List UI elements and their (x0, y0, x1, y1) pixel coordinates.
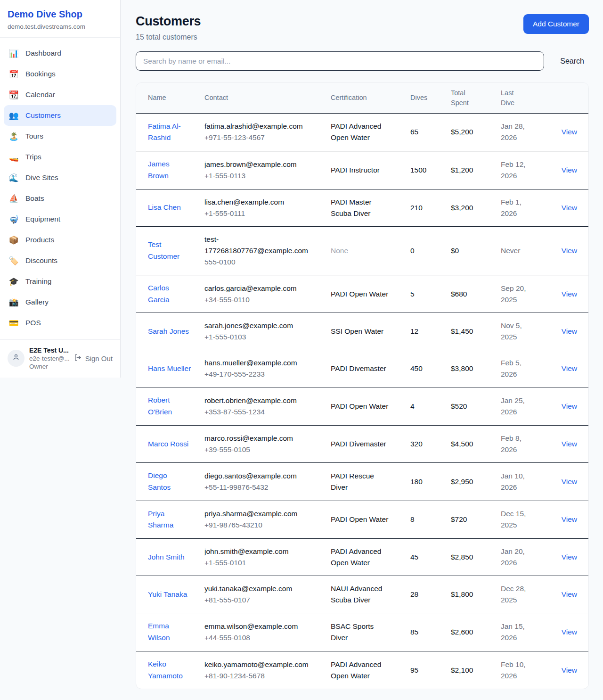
last-dive-value: Jan 10, 2026 (501, 470, 535, 493)
view-customer-link[interactable]: View (562, 478, 577, 486)
customer-phone: +49-170-555-2233 (204, 369, 323, 380)
sidebar-item-calendar[interactable]: 📆Calendar (4, 84, 116, 105)
title-block: Customers 15 total customers (136, 14, 201, 41)
action-cell: View (551, 313, 588, 350)
view-customer-link[interactable]: View (562, 515, 577, 523)
user-email: e2e-tester@... (29, 355, 68, 362)
customer-name-link[interactable]: Lisa Chen (148, 202, 181, 214)
sidebar-item-dashboard[interactable]: 📊Dashboard (4, 43, 116, 64)
sidebar-item-training[interactable]: 🎓Training (4, 271, 116, 292)
search-row: Search (136, 51, 589, 71)
customer-name-link[interactable]: Carlos Garcia (148, 282, 192, 306)
sidebar-item-label: Dive Sites (25, 173, 58, 182)
sidebar-item-equipment[interactable]: 🤿Equipment (4, 209, 116, 230)
dives-cell: 5 (410, 275, 451, 313)
sidebar-item-bookings[interactable]: 📅Bookings (4, 64, 116, 84)
user-name: E2E Test U... (29, 346, 68, 354)
view-customer-link[interactable]: View (562, 666, 577, 674)
column-header: Total Spent (451, 83, 501, 113)
customer-name-link[interactable]: Keiko Yamamoto (148, 659, 192, 682)
view-customer-link[interactable]: View (562, 364, 577, 372)
customer-email: priya.sharma@example.com (204, 508, 305, 519)
last-dive-value: Feb 12, 2026 (501, 159, 535, 181)
sidebar-item-gallery[interactable]: 📸Gallery (4, 292, 116, 313)
certification-cell: PADI Master Scuba Diver (331, 189, 410, 226)
view-customer-link[interactable]: View (562, 440, 577, 448)
customer-phone: +1-555-0111 (204, 208, 323, 219)
name-cell: Diego Santos (136, 463, 204, 501)
customer-name-link[interactable]: Hans Mueller (148, 363, 191, 375)
sidebar-item-products[interactable]: 📦Products (4, 230, 116, 250)
table-row: Diego Santosdiego.santos@example.com+55-… (136, 463, 588, 501)
total-spent-cell: $2,850 (451, 539, 501, 576)
customers-table: NameContactCertificationDivesTotal Spent… (136, 83, 588, 689)
view-customer-link[interactable]: View (562, 204, 577, 212)
customer-name-link[interactable]: Robert O'Brien (148, 395, 192, 418)
main-content: Customers 15 total customers Add Custome… (121, 0, 603, 689)
customer-name-link[interactable]: James Brown (148, 158, 192, 182)
last-dive-cell: Never (501, 226, 551, 275)
view-customer-link[interactable]: View (562, 402, 577, 410)
customer-name-link[interactable]: Emma Wilson (148, 620, 192, 644)
customer-name-link[interactable]: Yuki Tanaka (148, 589, 187, 601)
total-spent-cell: $1,800 (451, 576, 501, 613)
customer-name-link[interactable]: Fatima Al-Rashid (148, 121, 192, 144)
dives-cell: 8 (410, 501, 451, 539)
last-dive-cell: Feb 10, 2026 (501, 651, 551, 689)
sidebar-item-customers[interactable]: 👥Customers (4, 105, 116, 126)
customer-phone: +353-87-555-1234 (204, 406, 323, 418)
column-header: Dives (410, 83, 451, 113)
customer-name-link[interactable]: John Smith (148, 552, 185, 563)
customer-phone: +39-555-0105 (204, 444, 323, 455)
name-cell: Priya Sharma (136, 501, 204, 539)
view-customer-link[interactable]: View (562, 247, 577, 255)
wave-icon: 🌊 (8, 173, 19, 183)
customer-email: lisa.chen@example.com (204, 197, 305, 208)
sidebar-item-pos[interactable]: 💳POS (4, 313, 116, 333)
sidebar-item-discounts[interactable]: 🏷️Discounts (4, 250, 116, 271)
total-spent-cell: $2,600 (451, 613, 501, 651)
view-customer-link[interactable]: View (562, 290, 577, 298)
sidebar-item-trips[interactable]: 🚤Trips (4, 147, 116, 167)
sidebar-item-boats[interactable]: ⛵Boats (4, 188, 116, 209)
table-header-row: NameContactCertificationDivesTotal Spent… (136, 83, 588, 113)
view-customer-link[interactable]: View (562, 590, 577, 598)
sidebar-item-tours[interactable]: 🏝️Tours (4, 126, 116, 147)
action-cell: View (551, 151, 588, 189)
customer-name-link[interactable]: Diego Santos (148, 470, 192, 494)
certification-cell: PADI Instructor (331, 151, 410, 189)
customer-name-link[interactable]: Sarah Jones (148, 326, 189, 338)
certification-cell: PADI Divemaster (331, 426, 410, 463)
customer-name-link[interactable]: Priya Sharma (148, 508, 192, 532)
last-dive-cell: Dec 15, 2025 (501, 501, 551, 539)
customer-phone: +44-555-0108 (204, 632, 323, 643)
customer-name-link[interactable]: Marco Rossi (148, 438, 188, 450)
certification-cell: BSAC Sports Diver (331, 613, 410, 651)
graduation-cap-icon: 🎓 (8, 277, 19, 287)
total-spent-cell: $2,100 (451, 651, 501, 689)
total-spent-cell: $3,200 (451, 189, 501, 226)
view-customer-link[interactable]: View (562, 166, 577, 174)
contact-cell: robert.obrien@example.com+353-87-555-123… (204, 387, 331, 426)
customer-email: hans.mueller@example.com (204, 357, 305, 369)
sign-out-icon (74, 354, 82, 363)
contact-cell: james.brown@example.com+1-555-0113 (204, 151, 331, 189)
certification-cell: PADI Advanced Open Water (331, 113, 410, 151)
sign-out-button[interactable]: Sign Out (73, 352, 114, 365)
dives-cell: 45 (410, 539, 451, 576)
search-input[interactable] (136, 51, 544, 71)
customer-name-link[interactable]: Test Customer (148, 239, 192, 263)
sidebar-item-dive-sites[interactable]: 🌊Dive Sites (4, 167, 116, 188)
name-cell: Carlos Garcia (136, 275, 204, 313)
certification-value: PADI Advanced Open Water (331, 121, 389, 143)
view-customer-link[interactable]: View (562, 553, 577, 561)
customer-email: john.smith@example.com (204, 546, 305, 557)
view-customer-link[interactable]: View (562, 327, 577, 335)
add-customer-button[interactable]: Add Customer (523, 14, 589, 34)
calendar-icon: 📅 (8, 69, 19, 79)
view-customer-link[interactable]: View (562, 128, 577, 136)
dives-cell: 65 (410, 113, 451, 151)
search-button[interactable]: Search (555, 53, 589, 69)
last-dive-value: Dec 28, 2025 (501, 583, 535, 606)
view-customer-link[interactable]: View (562, 628, 577, 636)
